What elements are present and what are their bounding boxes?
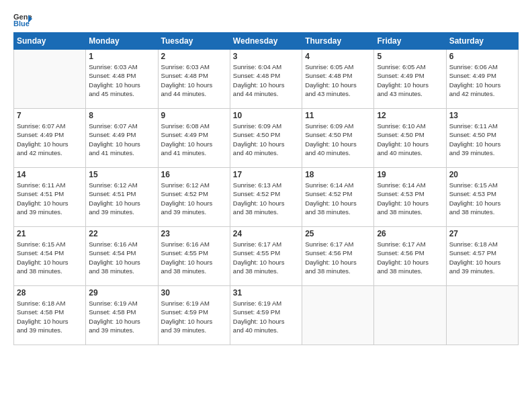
calendar-cell: 13Sunrise: 6:11 AM Sunset: 4:50 PM Dayli… [446, 109, 518, 168]
day-number: 22 [89, 229, 154, 238]
calendar-cell: 4Sunrise: 6:05 AM Sunset: 4:48 PM Daylig… [302, 50, 374, 109]
calendar-cell: 6Sunrise: 6:06 AM Sunset: 4:49 PM Daylig… [446, 50, 518, 109]
day-info: Sunrise: 6:19 AM Sunset: 4:59 PM Dayligh… [161, 299, 227, 334]
day-info: Sunrise: 6:17 AM Sunset: 4:56 PM Dayligh… [305, 240, 371, 275]
day-number: 9 [161, 111, 227, 120]
day-info: Sunrise: 6:09 AM Sunset: 4:50 PM Dayligh… [305, 122, 371, 157]
calendar-cell: 23Sunrise: 6:16 AM Sunset: 4:55 PM Dayli… [158, 227, 230, 286]
day-info: Sunrise: 6:13 AM Sunset: 4:52 PM Dayligh… [233, 181, 299, 216]
day-number: 3 [233, 52, 299, 61]
day-number: 20 [449, 170, 515, 179]
day-info: Sunrise: 6:15 AM Sunset: 4:53 PM Dayligh… [449, 181, 515, 216]
day-number: 31 [233, 288, 299, 298]
day-info: Sunrise: 6:19 AM Sunset: 4:58 PM Dayligh… [89, 299, 154, 334]
week-row-0: 1Sunrise: 6:03 AM Sunset: 4:48 PM Daylig… [14, 50, 519, 109]
day-number: 25 [305, 229, 371, 238]
calendar-cell [14, 50, 86, 109]
header: General Blue [13, 12, 519, 27]
calendar-cell: 14Sunrise: 6:11 AM Sunset: 4:51 PM Dayli… [14, 168, 86, 227]
calendar-cell [446, 286, 518, 345]
calendar-cell: 24Sunrise: 6:17 AM Sunset: 4:55 PM Dayli… [230, 227, 302, 286]
day-info: Sunrise: 6:12 AM Sunset: 4:52 PM Dayligh… [161, 181, 227, 216]
day-number: 14 [17, 170, 83, 179]
day-info: Sunrise: 6:08 AM Sunset: 4:49 PM Dayligh… [161, 122, 227, 157]
day-number: 4 [305, 52, 371, 61]
day-number: 10 [233, 111, 299, 120]
day-info: Sunrise: 6:14 AM Sunset: 4:52 PM Dayligh… [305, 181, 371, 216]
day-info: Sunrise: 6:18 AM Sunset: 4:57 PM Dayligh… [449, 240, 515, 275]
weekday-header-tuesday: Tuesday [158, 33, 230, 50]
calendar-cell: 19Sunrise: 6:14 AM Sunset: 4:53 PM Dayli… [374, 168, 446, 227]
calendar-cell: 31Sunrise: 6:19 AM Sunset: 4:59 PM Dayli… [230, 286, 302, 345]
weekday-header-row: SundayMondayTuesdayWednesdayThursdayFrid… [14, 33, 519, 50]
calendar-cell: 5Sunrise: 6:05 AM Sunset: 4:49 PM Daylig… [374, 50, 446, 109]
calendar-cell: 25Sunrise: 6:17 AM Sunset: 4:56 PM Dayli… [302, 227, 374, 286]
weekday-header-wednesday: Wednesday [230, 33, 302, 50]
day-info: Sunrise: 6:11 AM Sunset: 4:51 PM Dayligh… [17, 181, 83, 216]
day-number: 2 [161, 52, 227, 61]
calendar-cell: 28Sunrise: 6:18 AM Sunset: 4:58 PM Dayli… [14, 286, 86, 345]
day-info: Sunrise: 6:15 AM Sunset: 4:54 PM Dayligh… [17, 240, 83, 275]
day-number: 11 [305, 111, 371, 120]
calendar-cell: 7Sunrise: 6:07 AM Sunset: 4:49 PM Daylig… [14, 109, 86, 168]
weekday-header-saturday: Saturday [446, 33, 518, 50]
day-info: Sunrise: 6:03 AM Sunset: 4:48 PM Dayligh… [161, 62, 227, 98]
day-info: Sunrise: 6:16 AM Sunset: 4:55 PM Dayligh… [161, 240, 227, 275]
weekday-header-friday: Friday [374, 33, 446, 50]
weekday-header-thursday: Thursday [302, 33, 374, 50]
day-info: Sunrise: 6:12 AM Sunset: 4:51 PM Dayligh… [89, 181, 154, 216]
day-info: Sunrise: 6:03 AM Sunset: 4:48 PM Dayligh… [89, 62, 154, 98]
day-number: 17 [233, 170, 299, 179]
calendar-cell [302, 286, 374, 345]
calendar-cell [374, 286, 446, 345]
page: General Blue SundayMondayTuesdayWednesda… [0, 0, 532, 411]
day-info: Sunrise: 6:14 AM Sunset: 4:53 PM Dayligh… [377, 181, 443, 216]
day-number: 1 [89, 52, 154, 61]
week-row-3: 21Sunrise: 6:15 AM Sunset: 4:54 PM Dayli… [14, 227, 519, 286]
calendar-cell: 16Sunrise: 6:12 AM Sunset: 4:52 PM Dayli… [158, 168, 230, 227]
day-number: 18 [305, 170, 371, 179]
day-info: Sunrise: 6:19 AM Sunset: 4:59 PM Dayligh… [233, 299, 299, 334]
calendar-cell: 17Sunrise: 6:13 AM Sunset: 4:52 PM Dayli… [230, 168, 302, 227]
day-number: 12 [377, 111, 443, 120]
day-info: Sunrise: 6:10 AM Sunset: 4:50 PM Dayligh… [377, 122, 443, 157]
calendar-cell: 1Sunrise: 6:03 AM Sunset: 4:48 PM Daylig… [86, 50, 158, 109]
day-number: 6 [449, 52, 515, 61]
calendar-cell: 18Sunrise: 6:14 AM Sunset: 4:52 PM Dayli… [302, 168, 374, 227]
day-number: 5 [377, 52, 443, 61]
day-info: Sunrise: 6:06 AM Sunset: 4:49 PM Dayligh… [449, 62, 515, 98]
weekday-header-sunday: Sunday [14, 33, 86, 50]
weekday-header-monday: Monday [86, 33, 158, 50]
calendar-cell: 11Sunrise: 6:09 AM Sunset: 4:50 PM Dayli… [302, 109, 374, 168]
day-info: Sunrise: 6:04 AM Sunset: 4:48 PM Dayligh… [233, 62, 299, 98]
week-row-1: 7Sunrise: 6:07 AM Sunset: 4:49 PM Daylig… [14, 109, 519, 168]
day-info: Sunrise: 6:05 AM Sunset: 4:49 PM Dayligh… [377, 62, 443, 98]
calendar-cell: 15Sunrise: 6:12 AM Sunset: 4:51 PM Dayli… [86, 168, 158, 227]
day-number: 24 [233, 229, 299, 238]
day-info: Sunrise: 6:05 AM Sunset: 4:48 PM Dayligh… [305, 62, 371, 98]
calendar-cell: 22Sunrise: 6:16 AM Sunset: 4:54 PM Dayli… [86, 227, 158, 286]
calendar-cell: 3Sunrise: 6:04 AM Sunset: 4:48 PM Daylig… [230, 50, 302, 109]
calendar: SundayMondayTuesdayWednesdayThursdayFrid… [13, 32, 519, 345]
day-number: 28 [17, 288, 83, 298]
week-row-4: 28Sunrise: 6:18 AM Sunset: 4:58 PM Dayli… [14, 286, 519, 345]
day-number: 27 [449, 229, 515, 238]
day-number: 8 [89, 111, 154, 120]
week-row-2: 14Sunrise: 6:11 AM Sunset: 4:51 PM Dayli… [14, 168, 519, 227]
day-info: Sunrise: 6:17 AM Sunset: 4:56 PM Dayligh… [377, 240, 443, 275]
calendar-cell: 12Sunrise: 6:10 AM Sunset: 4:50 PM Dayli… [374, 109, 446, 168]
svg-text:Blue: Blue [13, 19, 30, 27]
calendar-cell: 20Sunrise: 6:15 AM Sunset: 4:53 PM Dayli… [446, 168, 518, 227]
calendar-cell: 27Sunrise: 6:18 AM Sunset: 4:57 PM Dayli… [446, 227, 518, 286]
day-number: 19 [377, 170, 443, 179]
day-info: Sunrise: 6:07 AM Sunset: 4:49 PM Dayligh… [89, 122, 154, 157]
day-number: 21 [17, 229, 83, 238]
day-number: 30 [161, 288, 227, 298]
day-info: Sunrise: 6:16 AM Sunset: 4:54 PM Dayligh… [89, 240, 154, 275]
calendar-cell: 2Sunrise: 6:03 AM Sunset: 4:48 PM Daylig… [158, 50, 230, 109]
day-info: Sunrise: 6:18 AM Sunset: 4:58 PM Dayligh… [17, 299, 83, 334]
logo: General Blue [13, 12, 35, 27]
calendar-cell: 10Sunrise: 6:09 AM Sunset: 4:50 PM Dayli… [230, 109, 302, 168]
calendar-cell: 29Sunrise: 6:19 AM Sunset: 4:58 PM Dayli… [86, 286, 158, 345]
day-number: 13 [449, 111, 515, 120]
